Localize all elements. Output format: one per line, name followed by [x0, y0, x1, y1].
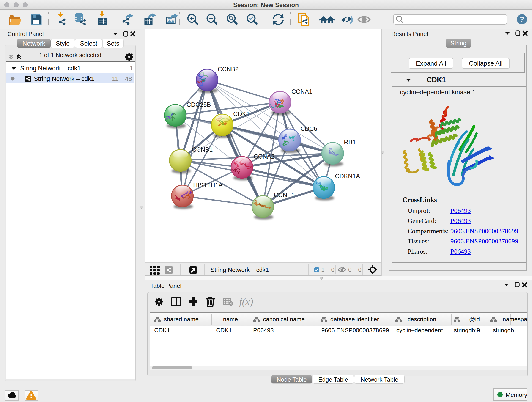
svg-text:CDC25B: CDC25B: [186, 101, 211, 108]
svg-text:description: description: [407, 316, 436, 323]
svg-text:String Network – cdk1: String Network – cdk1: [210, 266, 269, 273]
svg-text:canonical name: canonical name: [263, 316, 305, 323]
svg-text:String Network – cdk1: String Network – cdk1: [34, 75, 94, 82]
svg-text:CDC6: CDC6: [300, 125, 317, 132]
svg-text:1: 1: [130, 65, 133, 72]
svg-text:11: 11: [112, 75, 119, 82]
svg-text:f(x): f(x): [239, 296, 253, 307]
svg-text:CDK1: CDK1: [233, 110, 250, 117]
svg-text:HIST1H1A: HIST1H1A: [193, 182, 223, 189]
svg-text:CCNB2: CCNB2: [218, 66, 239, 73]
svg-text:1 – 0: 1 – 0: [321, 266, 335, 273]
svg-text:namespac: namespac: [503, 316, 527, 323]
svg-text:0 – 0: 0 – 0: [348, 266, 361, 273]
svg-text:CCNE1: CCNE1: [274, 191, 295, 198]
svg-text:database identifier: database identifier: [330, 316, 379, 323]
svg-text:String Network – cdk1: String Network – cdk1: [20, 65, 81, 72]
svg-text:@id: @id: [469, 316, 480, 323]
svg-text:name: name: [223, 316, 238, 323]
svg-text:shared name: shared name: [164, 316, 199, 323]
svg-text:RB1: RB1: [344, 139, 356, 146]
svg-text:CCNA1: CCNA1: [291, 88, 312, 95]
svg-text:CCNA2: CCNA2: [254, 153, 275, 160]
svg-text:CDKN1A: CDKN1A: [335, 173, 360, 180]
svg-text:CDK1: CDK1: [427, 76, 446, 84]
svg-text:CCNB1: CCNB1: [192, 146, 213, 153]
svg-text:48: 48: [125, 75, 132, 82]
